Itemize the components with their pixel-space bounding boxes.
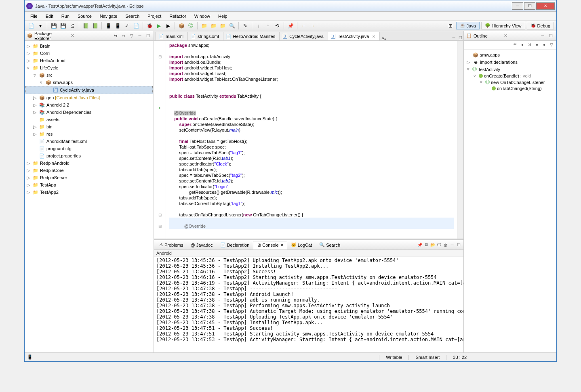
tree-redpinandroid[interactable]: ▷📁RedpinAndroid bbox=[25, 159, 153, 167]
new-class-button[interactable]: Ⓒ bbox=[187, 22, 195, 30]
pin-button[interactable]: 📌 bbox=[286, 22, 295, 30]
save-button[interactable]: 💾 bbox=[50, 22, 58, 30]
menu-refactor[interactable]: Refactor bbox=[166, 13, 189, 19]
last-edit-button[interactable]: ⟲ bbox=[273, 22, 281, 30]
tab-search[interactable]: 🔍Search bbox=[316, 241, 344, 249]
tree-cycleactivity[interactable]: 🄹CycleActivity.java bbox=[25, 86, 153, 94]
build-all-button[interactable]: 📗 bbox=[91, 22, 99, 30]
outline-oncreate[interactable]: ▿onCreate(Bundle): void bbox=[465, 73, 555, 79]
next-annotation-button[interactable]: ↓ bbox=[255, 22, 263, 30]
tree-src[interactable]: ▿📦src bbox=[25, 71, 153, 79]
tree-smwapps[interactable]: ▿📦smw.apps bbox=[25, 79, 153, 86]
open-resource-button[interactable]: 📁 bbox=[219, 22, 227, 30]
console-close-icon[interactable]: ✕ bbox=[280, 243, 284, 248]
editor-maximize-icon[interactable]: ☐ bbox=[457, 35, 463, 40]
outline-imports[interactable]: ▷⊕import declarations bbox=[465, 59, 555, 66]
print-button[interactable]: 🖨 bbox=[68, 22, 76, 30]
tree-manifest[interactable]: 📄AndroidManifest.xml bbox=[25, 138, 153, 145]
editor-minimize-icon[interactable]: ─ bbox=[450, 35, 457, 40]
menu-source[interactable]: Source bbox=[74, 13, 95, 19]
console-clear-icon[interactable]: 🗑 bbox=[442, 242, 449, 248]
tree-proguard[interactable]: 📄proguard.cfg bbox=[25, 145, 153, 152]
run-last-button[interactable]: ▶ bbox=[164, 22, 172, 30]
outline-tree[interactable]: 📦smw.apps ▷⊕import declarations ▿ⒸTestAc… bbox=[464, 50, 556, 352]
console-monitor-icon[interactable]: 🖵 bbox=[436, 242, 442, 248]
tab-logcat[interactable]: 🐱LogCat bbox=[287, 241, 316, 249]
outline-package[interactable]: 📦smw.apps bbox=[465, 51, 555, 59]
tree-projprop[interactable]: 📄project.properties bbox=[25, 152, 153, 159]
prev-annotation-button[interactable]: ↑ bbox=[264, 22, 272, 30]
maximize-view-icon[interactable]: ☐ bbox=[145, 33, 151, 39]
package-tree[interactable]: ▷📁Brain ▷📁Corri ▷📁HelloAndroid ▿📁LifeCyc… bbox=[25, 41, 154, 352]
outline-ontabchanged[interactable]: onTabChanged(String) bbox=[465, 86, 555, 91]
close-button[interactable]: ✕ bbox=[536, 2, 555, 10]
collapse-all-icon[interactable]: ⇆ bbox=[112, 33, 119, 39]
outline-menu-icon[interactable]: ▽ bbox=[548, 42, 555, 47]
lint-button[interactable]: ✓ bbox=[123, 22, 131, 30]
tree-androiddep[interactable]: ▷📚Android Dependencies bbox=[25, 109, 153, 116]
run-button[interactable]: ▶ bbox=[155, 22, 163, 30]
menu-file[interactable]: File bbox=[27, 13, 41, 19]
tab-strings-xml[interactable]: 📄strings.xml bbox=[187, 32, 223, 40]
tab-close-icon[interactable]: ✕ bbox=[372, 34, 375, 39]
editor-scrollbar[interactable] bbox=[457, 41, 463, 239]
code-editor[interactable]: ⊟ ▸ ⊟ ⊟ package smw.apps; import android… bbox=[154, 41, 463, 239]
menu-edit[interactable]: Edit bbox=[42, 13, 57, 19]
open-type-button[interactable]: 📁 bbox=[200, 22, 208, 30]
outline-maximize-icon[interactable]: ☐ bbox=[547, 33, 554, 39]
new-dropdown[interactable]: ▾ bbox=[36, 22, 44, 30]
minimize-button[interactable]: ─ bbox=[512, 2, 523, 10]
toggle-mark-button[interactable]: ✎ bbox=[241, 22, 249, 30]
outline-hide-fields-icon[interactable]: ● bbox=[519, 42, 526, 47]
outline-close-icon[interactable]: ✕ bbox=[504, 33, 507, 38]
tree-res[interactable]: ▷📁res bbox=[25, 130, 153, 138]
menu-help[interactable]: Help bbox=[215, 13, 231, 19]
tree-redpinserver[interactable]: ▷📁RedpinServer bbox=[25, 174, 153, 181]
tab-cycleactivity[interactable]: 🄹CycleActivity.java bbox=[279, 32, 328, 40]
new-button[interactable]: 📄 bbox=[27, 22, 35, 30]
tree-assets[interactable]: 📁assets bbox=[25, 116, 153, 123]
menu-project[interactable]: Project bbox=[144, 13, 164, 19]
perspective-hierarchy[interactable]: 🌳Hierarchy View bbox=[481, 22, 525, 29]
tree-testapp2[interactable]: ▷📁TestApp2 bbox=[25, 189, 153, 196]
tab-main-xml[interactable]: 📄main.xml bbox=[156, 32, 188, 40]
close-view-icon[interactable]: ✕ bbox=[71, 33, 74, 38]
outline-newlistener[interactable]: ▿Ⓒnew OnTabChangeListener bbox=[465, 79, 555, 86]
tab-console[interactable]: 🖥Console✕ bbox=[253, 241, 287, 249]
back-button[interactable]: ← bbox=[300, 22, 308, 30]
perspective-java[interactable]: ☕Java bbox=[456, 22, 480, 29]
open-perspective-button[interactable]: ⊞ bbox=[446, 22, 455, 30]
menu-search[interactable]: Search bbox=[122, 13, 143, 19]
tree-redpincore[interactable]: ▷📁RedpinCore bbox=[25, 167, 153, 174]
menu-window[interactable]: Window bbox=[191, 13, 213, 19]
tree-gen[interactable]: ▷📦gen [Generated Java Files] bbox=[25, 94, 153, 101]
code-content[interactable]: package smw.apps; import android.app.Tab… bbox=[166, 41, 457, 239]
view-menu-icon[interactable]: ▽ bbox=[128, 33, 135, 39]
outline-hide-static-icon[interactable]: S bbox=[526, 42, 533, 47]
outline-hide-nonpublic-icon[interactable]: ● bbox=[534, 42, 540, 47]
outline-minimize-icon[interactable]: ─ bbox=[539, 33, 546, 39]
tree-testapp[interactable]: ▷📁TestApp bbox=[25, 181, 153, 189]
tree-hello[interactable]: ▷📁HelloAndroid bbox=[25, 57, 153, 64]
outline-sort-icon[interactable]: ᵃᶻ bbox=[512, 42, 518, 47]
build-button[interactable]: 📗 bbox=[82, 22, 90, 30]
console-open-icon[interactable]: 📂 bbox=[429, 242, 436, 248]
tab-testactivity[interactable]: 🄹TestActivity.java✕ bbox=[328, 32, 380, 40]
tab-problems[interactable]: ⚠Problems bbox=[156, 241, 187, 249]
console-display-icon[interactable]: 🖥 bbox=[423, 242, 429, 248]
forward-button[interactable]: → bbox=[309, 22, 317, 30]
bottom-maximize-icon[interactable]: ☐ bbox=[455, 242, 462, 248]
debug-button[interactable]: 🐞 bbox=[145, 22, 154, 30]
tree-bin[interactable]: ▷📁bin bbox=[25, 123, 153, 130]
console-pin-icon[interactable]: 📌 bbox=[417, 242, 423, 248]
menu-navigate[interactable]: Navigate bbox=[97, 13, 120, 19]
tab-javadoc[interactable]: @ Javadoc bbox=[187, 241, 216, 249]
tree-brain[interactable]: ▷📁Brain bbox=[25, 42, 153, 50]
minimize-view-icon[interactable]: ─ bbox=[137, 33, 143, 39]
menu-run[interactable]: Run bbox=[58, 13, 73, 19]
tab-overflow[interactable]: »₁ bbox=[382, 36, 386, 40]
tree-android22[interactable]: ▷📚Android 2.2 bbox=[25, 101, 153, 109]
outline-class[interactable]: ▿ⒸTestActivity bbox=[465, 66, 555, 73]
maximize-button[interactable]: ☐ bbox=[524, 2, 535, 10]
android-sdk-button[interactable]: 📱 bbox=[104, 22, 112, 30]
